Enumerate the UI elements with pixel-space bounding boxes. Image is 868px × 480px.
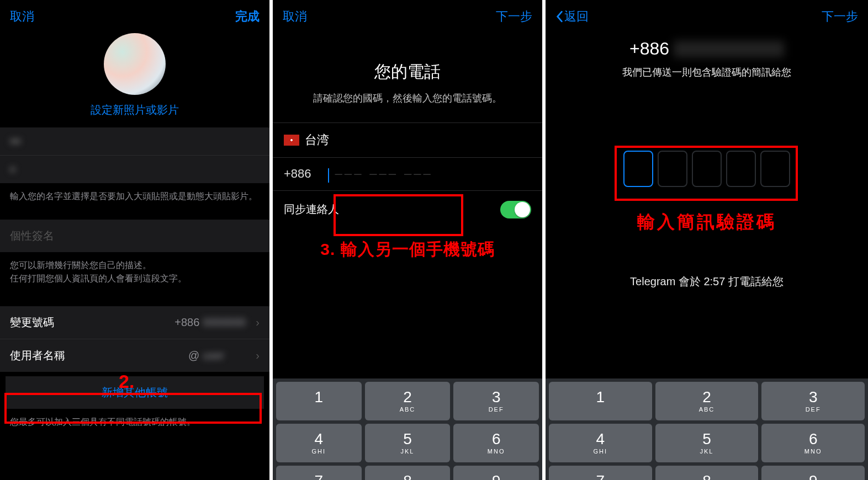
keypad-8[interactable]: 8TUV xyxy=(365,466,451,480)
keypad-7[interactable]: 7PQRS xyxy=(276,466,362,480)
keypad-1[interactable]: 1 xyxy=(276,382,362,420)
change-number-row[interactable]: 變更號碼 +8860000000 › xyxy=(0,306,269,339)
chevron-right-icon: › xyxy=(256,349,260,362)
nav-bar: 返回 下一步 xyxy=(546,0,868,33)
text-cursor xyxy=(328,168,329,183)
keypad-4[interactable]: 4GHI xyxy=(276,424,362,462)
key-letters: DEF xyxy=(489,406,504,413)
keypad-7[interactable]: 7PQRS xyxy=(549,466,652,480)
keypad-6[interactable]: 6MNO xyxy=(761,424,865,462)
keypad-5[interactable]: 5JKL xyxy=(655,424,759,462)
key-letters: ABC xyxy=(699,406,715,413)
add-account-hint: 您最多可以加入三個具有不同電話號碼的帳號。 xyxy=(0,409,269,435)
page-title: 您的電話 xyxy=(273,61,542,83)
sync-contacts-row: 同步連絡人 xyxy=(273,191,542,228)
keypad-3[interactable]: 3DEF xyxy=(453,382,539,420)
nav-bar: 取消 完成 xyxy=(0,0,269,33)
keypad-5[interactable]: 5JKL xyxy=(365,424,451,462)
code-digit-5[interactable] xyxy=(760,151,790,187)
name-group: ■■ ■ xyxy=(0,127,269,183)
country-code: +886 xyxy=(284,167,328,181)
bio-group: 個性簽名 xyxy=(0,220,269,252)
key-number: 7 xyxy=(315,473,324,480)
keypad-6[interactable]: 6MNO xyxy=(453,424,539,462)
done-button[interactable]: 完成 xyxy=(235,8,260,25)
phone-row: +886 ––– ––– ––– xyxy=(273,158,542,191)
sync-label: 同步連絡人 xyxy=(284,202,339,217)
keypad-3[interactable]: 3DEF xyxy=(761,382,865,420)
avatar-section: 設定新照片或影片 xyxy=(0,33,269,118)
last-name-value: ■ xyxy=(10,164,15,174)
key-number: 8 xyxy=(403,473,412,480)
name-hint: 輸入您的名字並選擇是否要加入大頭貼照或是動態大頭貼影片。 xyxy=(0,183,269,210)
back-button[interactable]: 返回 xyxy=(555,8,589,25)
sync-toggle[interactable] xyxy=(500,201,531,218)
key-letters: DEF xyxy=(806,406,821,413)
key-number: 9 xyxy=(809,473,818,480)
numeric-keypad: 1 2ABC3DEF4GHI5JKL6MNO7PQRS8TUV9WXYZ xyxy=(546,378,868,480)
key-number: 1 xyxy=(315,390,324,405)
key-number: 4 xyxy=(315,431,324,447)
keypad-4[interactable]: 4GHI xyxy=(549,424,652,462)
bio-field[interactable]: 個性簽名 xyxy=(0,220,269,252)
code-digit-2[interactable] xyxy=(658,151,687,187)
next-button[interactable]: 下一步 xyxy=(496,8,532,25)
code-digit-1[interactable] xyxy=(623,151,653,187)
nav-bar: 取消 下一步 xyxy=(273,0,542,33)
key-number: 1 xyxy=(596,390,605,405)
first-name-value: ■■ xyxy=(10,136,20,146)
key-number: 3 xyxy=(809,390,818,405)
key-number: 5 xyxy=(702,431,711,447)
phone-display: +886 xyxy=(546,39,868,59)
code-input-group[interactable] xyxy=(546,151,868,187)
keypad-9[interactable]: 9WXYZ xyxy=(453,466,539,480)
set-photo-button[interactable]: 設定新照片或影片 xyxy=(91,103,179,118)
keypad-9[interactable]: 9WXYZ xyxy=(761,466,865,480)
country-selector[interactable]: 台湾 xyxy=(273,122,542,158)
username-value: @user › xyxy=(188,349,260,362)
cancel-button[interactable]: 取消 xyxy=(10,8,34,25)
add-account-button[interactable]: 新增其他帳號 xyxy=(6,376,264,409)
telegram-call-text: Telegram 會於 2:57 打電話給您 xyxy=(546,274,868,289)
phone-input[interactable]: ––– ––– ––– xyxy=(328,166,531,183)
username-label: 使用者名稱 xyxy=(10,348,65,363)
key-number: 9 xyxy=(492,473,501,480)
annotation-step-2: 2. xyxy=(119,371,134,392)
keypad-2[interactable]: 2ABC xyxy=(655,382,759,420)
keypad-2[interactable]: 2ABC xyxy=(365,382,451,420)
keypad-1[interactable]: 1 xyxy=(549,382,652,420)
key-number: 3 xyxy=(492,390,501,405)
next-button[interactable]: 下一步 xyxy=(822,8,858,25)
phone-prefix: +886 xyxy=(629,39,669,59)
key-letters: ABC xyxy=(400,406,416,413)
cancel-button[interactable]: 取消 xyxy=(283,8,307,25)
last-name-field[interactable]: ■ xyxy=(0,155,269,183)
screen-phone-entry: 取消 下一步 您的電話 請確認您的國碼，然後輸入您的電話號碼。 台湾 +886 … xyxy=(273,0,542,480)
first-name-field[interactable]: ■■ xyxy=(0,127,269,155)
keypad-8[interactable]: 8TUV xyxy=(655,466,759,480)
taiwan-flag-icon xyxy=(284,135,299,146)
phone-redacted xyxy=(674,41,784,57)
page-subtitle: 請確認您的國碼，然後輸入您的電話號碼。 xyxy=(273,83,542,122)
numeric-keypad: 1 2ABC3DEF4GHI5JKL6MNO7PQRS8TUV9WXYZ xyxy=(273,378,542,480)
key-letters: MNO xyxy=(488,448,505,455)
key-number: 2 xyxy=(702,390,711,405)
username-row[interactable]: 使用者名稱 @user › xyxy=(0,339,269,372)
avatar-image[interactable] xyxy=(104,33,166,95)
key-number: 6 xyxy=(492,431,501,447)
key-number: 7 xyxy=(596,473,605,480)
screen-code-entry: 返回 下一步 +886 我們已傳送一則包含驗證碼的簡訊給您 輸入簡訊驗證碼 Te… xyxy=(546,0,868,480)
chevron-left-icon xyxy=(555,10,563,23)
key-letters: JKL xyxy=(700,448,714,455)
code-digit-3[interactable] xyxy=(692,151,722,187)
change-number-label: 變更號碼 xyxy=(10,315,54,330)
key-letters: GHI xyxy=(312,448,326,455)
key-number: 4 xyxy=(596,431,605,447)
code-digit-4[interactable] xyxy=(726,151,756,187)
key-letters: JKL xyxy=(401,448,415,455)
key-number: 8 xyxy=(702,473,711,480)
code-message: 我們已傳送一則包含驗證碼的簡訊給您 xyxy=(546,66,868,79)
key-number: 2 xyxy=(403,390,412,405)
key-number: 5 xyxy=(403,431,412,447)
phone-username-group: 變更號碼 +8860000000 › 使用者名稱 @user › xyxy=(0,306,269,372)
